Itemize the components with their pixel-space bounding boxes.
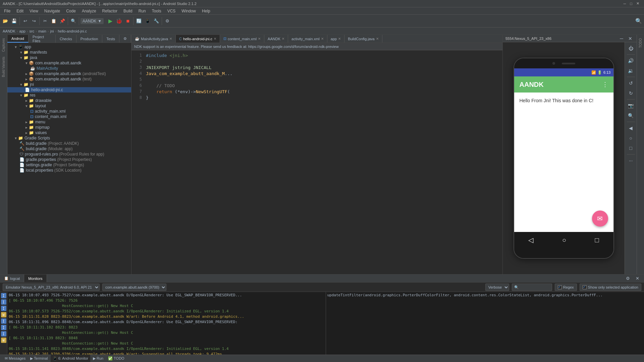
tab-mainactivity[interactable]: ☕ MainActivity.java ✕ (131, 35, 176, 43)
menu-analyze[interactable]: Analyze (79, 8, 99, 14)
emulator-close-btn[interactable]: ✕ (627, 35, 634, 42)
tree-build-gradle-project[interactable]: 🔨 build.gradle (Project: AANDK) (7, 141, 131, 146)
breadcrumb-main[interactable]: main (38, 29, 46, 33)
toolbar-open-btn[interactable]: 📂 (1, 17, 9, 25)
messages-btn[interactable]: ✉ Messages (3, 355, 28, 362)
toolbar-undo-btn[interactable]: ↩ (21, 17, 29, 25)
emu-more-btn[interactable]: ··· (626, 156, 636, 165)
toolbar-stop-btn[interactable]: ■ (124, 17, 132, 25)
phone-back-btn[interactable]: ◁ (528, 236, 533, 244)
right-tab-todo[interactable]: TODO (638, 36, 643, 50)
toolbar-avd-btn[interactable]: 📱 (144, 17, 152, 25)
tree-mipmap[interactable]: ► 📁 mipmap (7, 125, 131, 130)
menu-view[interactable]: View (27, 8, 41, 14)
breadcrumb-jni[interactable]: jni (50, 29, 54, 33)
tree-pkg-android-test[interactable]: ► 📦 com.example.abutt.aandk (androidTest… (7, 71, 131, 76)
show-only-btn[interactable]: Show only selected application (580, 284, 641, 291)
menu-tools[interactable]: Tools (149, 8, 164, 14)
tab-logcat[interactable]: 📋 logcat (0, 275, 24, 282)
window-minimize[interactable]: ─ (622, 2, 628, 6)
toolbar-cut-btn[interactable]: ✂ (41, 17, 49, 25)
toolbar-project-select[interactable]: AANDK ▼ (80, 18, 104, 24)
tree-app[interactable]: ▼ 📱 app (7, 44, 131, 50)
menu-navigate[interactable]: Navigate (42, 8, 63, 14)
tab-activity-xml-close[interactable]: ✕ (321, 37, 324, 41)
toolbar-debug-btn[interactable]: 🐞 (115, 17, 123, 25)
regex-btn[interactable]: Regex (555, 284, 577, 291)
toolbar-paste-btn[interactable]: 📌 (58, 17, 66, 25)
emu-volume-down-btn[interactable]: 🔉 (626, 66, 636, 75)
package-select[interactable]: com.example.abutt.aandk (9700) (102, 284, 166, 291)
tab-buildconfig[interactable]: BuildConfig.java ✕ (344, 35, 382, 43)
toolbar-sdk-btn[interactable]: 🔧 (152, 17, 160, 25)
emu-back-btn[interactable]: ◀ (626, 123, 636, 133)
breadcrumb-app[interactable]: app (19, 29, 25, 33)
tab-gear-icon[interactable]: ⚙ (119, 35, 131, 43)
menu-file[interactable]: File (1, 8, 13, 14)
tab-aandk-close[interactable]: ✕ (282, 37, 284, 41)
breadcrumb-aandk[interactable]: AANDK (3, 29, 15, 33)
tab-content-xml[interactable]: ⊡ content_main.xml ✕ (220, 35, 264, 43)
toolbar-settings-btn[interactable]: ⚙ (163, 17, 171, 25)
tree-mainactivity[interactable]: ☕ MainActivity (7, 66, 131, 71)
window-close[interactable]: ✕ (634, 1, 641, 6)
search-everywhere-btn[interactable]: 🔍 (635, 17, 643, 25)
tab-hello-jni-close[interactable]: ✕ (214, 37, 216, 41)
tree-local-props[interactable]: 📄 local.properties (SDK Location) (7, 168, 131, 173)
toolbar-copy-btn[interactable]: 📋 (50, 17, 58, 25)
todo-btn[interactable]: ✅ TODO (106, 355, 126, 362)
toolbar-save-btn[interactable]: 💾 (10, 17, 18, 25)
tree-gradle-props[interactable]: 📄 gradle.properties (Project Properties) (7, 157, 131, 162)
menu-run[interactable]: Run (136, 8, 149, 14)
breadcrumb-file[interactable]: hello-android-jni.c (58, 29, 87, 33)
phone-overflow-icon[interactable]: ⋮ (602, 81, 608, 88)
run-btn[interactable]: ▶ Run (91, 355, 105, 362)
tab-production[interactable]: Production (76, 35, 103, 43)
emu-zoom-btn[interactable]: 🔍 (626, 111, 636, 120)
tab-mainactivity-close[interactable]: ✕ (169, 37, 172, 41)
tab-content-xml-close[interactable]: ✕ (258, 37, 261, 41)
tree-settings-gradle[interactable]: 📄 settings.gradle (Project Settings) (7, 162, 131, 168)
menu-window[interactable]: Window (179, 8, 199, 14)
tab-monitors[interactable]: Monitors (24, 275, 47, 282)
tree-menu[interactable]: ► 📁 menu (7, 119, 131, 125)
emu-screenshot-btn[interactable]: 📷 (626, 101, 636, 110)
emulator-select[interactable]: Emulator Nexus_5_API_23_x86: Android 6.0… (3, 284, 100, 291)
tab-activity-xml[interactable]: activity_main.xml ✕ (288, 35, 327, 43)
emu-rotate2-btn[interactable]: ↻ (626, 88, 636, 98)
menu-help[interactable]: Help (199, 8, 213, 14)
phone-recents-btn[interactable]: □ (595, 236, 599, 244)
tree-pkg-main[interactable]: ▼ 📦 com.example.abutt.aandk (7, 60, 131, 66)
tab-app-gradle-close[interactable]: ✕ (338, 37, 341, 41)
menu-code[interactable]: Code (63, 8, 78, 14)
verbose-select[interactable]: Verbose Debug Info Warn Error (485, 284, 509, 291)
tree-drawable[interactable]: ► 📁 drawable (7, 98, 131, 103)
tree-values[interactable]: ► 📁 values (7, 130, 131, 135)
tree-hello-jni[interactable]: 📄 hello-android-jni.c (7, 87, 131, 93)
breadcrumb-src[interactable]: src (30, 29, 35, 33)
menu-refactor[interactable]: Refactor (100, 8, 120, 14)
tree-java[interactable]: ▼ 📁 java (7, 55, 131, 60)
bottom-close-btn[interactable]: ✕ (633, 275, 641, 283)
logcat-search-input[interactable] (512, 284, 552, 291)
android-monitor-btn[interactable]: 📱 6: Android Monitor (51, 355, 90, 362)
tree-layout[interactable]: ▼ 📁 layout (7, 103, 131, 109)
terminal-btn[interactable]: ▶ Terminal (28, 355, 50, 362)
tree-manifests[interactable]: ▼ 📁 manifests (7, 50, 131, 55)
tree-jni[interactable]: ▼ 📁 jni (7, 82, 131, 87)
emu-square-btn[interactable]: □ (626, 143, 636, 153)
tab-android[interactable]: Android (7, 35, 29, 43)
tab-tests[interactable]: Tests (102, 35, 119, 43)
menu-vcs[interactable]: VCS (165, 8, 178, 14)
tab-app-gradle[interactable]: app ✕ (327, 35, 344, 43)
tree-proguard[interactable]: 🛡 proguard-rules.pro (ProGuard Rules for… (7, 152, 131, 157)
tree-pkg-test[interactable]: ► 📦 com.example.abutt.aandk (test) (7, 76, 131, 82)
tree-content-xml[interactable]: ⊡ content_main.xml (7, 114, 131, 119)
emu-power-btn[interactable]: ⏻ (626, 44, 636, 53)
bottom-settings-btn[interactable]: ⚙ (624, 275, 632, 283)
toolbar-redo-btn[interactable]: ↪ (30, 17, 38, 25)
regex-checkbox[interactable] (558, 285, 562, 289)
emu-home-btn[interactable]: ○ (626, 133, 636, 143)
captures-tab[interactable]: Captures (1, 36, 6, 54)
phone-home-btn[interactable]: ○ (562, 236, 566, 244)
